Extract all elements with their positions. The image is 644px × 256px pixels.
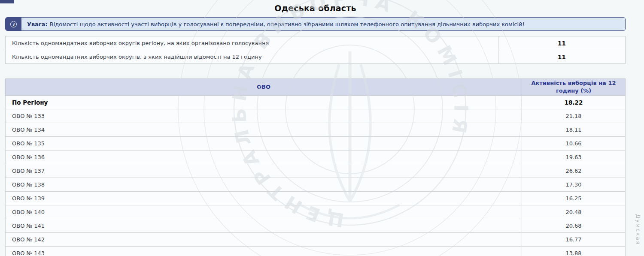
row-label: ОВО № 133: [6, 109, 522, 123]
row-value: 20.48: [522, 205, 626, 219]
row-value: 26.62: [522, 164, 626, 178]
row-value: 16.25: [522, 192, 626, 205]
notice-body: Увага: Відомості щодо активності участі …: [21, 18, 625, 30]
row-value: 10.66: [522, 137, 626, 151]
info-icon: i: [10, 21, 17, 27]
table-row: ОВО № 142 16.77: [6, 233, 626, 247]
table-row: ОВО № 136 19.63: [6, 151, 626, 164]
row-label: ОВО № 134: [6, 123, 522, 137]
row-value: 13.88: [522, 247, 626, 256]
notice-text: Відомості щодо активності участі виборці…: [50, 21, 525, 27]
table-row: ОВО № 141 20.68: [6, 219, 626, 233]
column-header-obo: ОВО: [6, 79, 522, 96]
site-watermark: Думская: [635, 213, 641, 247]
table-row: ОВО № 133 21.18: [6, 109, 626, 123]
row-label: ОВО № 135: [6, 137, 522, 151]
row-value: 20.68: [522, 219, 626, 233]
row-value: 18.22: [522, 96, 626, 109]
row-label: ОВО № 143: [6, 247, 522, 256]
results-table-body: По Регіону 18.22 ОВО № 133 21.18 ОВО № 1…: [6, 96, 626, 256]
summary-table-body: Кількість одномандатних виборчих округів…: [6, 36, 626, 64]
row-value: 19.63: [522, 151, 626, 164]
table-row: ОВО № 138 17.30: [6, 178, 626, 192]
summary-label: Кількість одномандатних виборчих округів…: [6, 36, 498, 50]
notice-icon-box: i: [6, 18, 21, 30]
summary-label: Кількість одномандатних виборчих округів…: [6, 50, 498, 64]
notice-label: Увага:: [27, 21, 48, 27]
summary-table: Кількість одномандатних виборчих округів…: [5, 36, 626, 64]
summary-value: 11: [498, 36, 626, 50]
row-value: 18.11: [522, 123, 626, 137]
page: Одеська область i Увага: Відомості щодо …: [5, 3, 626, 256]
row-value: 17.30: [522, 178, 626, 192]
table-row: ОВО № 137 26.62: [6, 164, 626, 178]
results-header-row: ОВО Активність виборців на 12 годину (%): [6, 79, 626, 96]
row-label: ОВО № 139: [6, 192, 522, 205]
table-row: По Регіону 18.22: [6, 96, 626, 109]
row-label: ОВО № 141: [6, 219, 522, 233]
row-value: 16.77: [522, 233, 626, 247]
summary-row: Кількість одномандатних виборчих округів…: [6, 50, 626, 64]
column-header-activity: Активність виборців на 12 годину (%): [522, 79, 626, 96]
table-row: ОВО № 139 16.25: [6, 192, 626, 205]
table-row: ОВО № 135 10.66: [6, 137, 626, 151]
row-label: По Регіону: [6, 96, 522, 109]
row-label: ОВО № 140: [6, 205, 522, 219]
row-value: 21.18: [522, 109, 626, 123]
notice-box: i Увага: Відомості щодо активності участ…: [5, 17, 626, 31]
summary-value: 11: [498, 50, 626, 64]
row-label: ОВО № 137: [6, 164, 522, 178]
table-row: ОВО № 140 20.48: [6, 205, 626, 219]
table-row: ОВО № 134 18.11: [6, 123, 626, 137]
row-label: ОВО № 138: [6, 178, 522, 192]
table-row: ОВО № 143 13.88: [6, 247, 626, 256]
row-label: ОВО № 136: [6, 151, 522, 164]
summary-row: Кількість одномандатних виборчих округів…: [6, 36, 626, 50]
page-title: Одеська область: [5, 3, 626, 13]
top-left-accent-bar: [0, 0, 14, 3]
row-label: ОВО № 142: [6, 233, 522, 247]
results-table: ОВО Активність виборців на 12 годину (%)…: [5, 78, 626, 256]
